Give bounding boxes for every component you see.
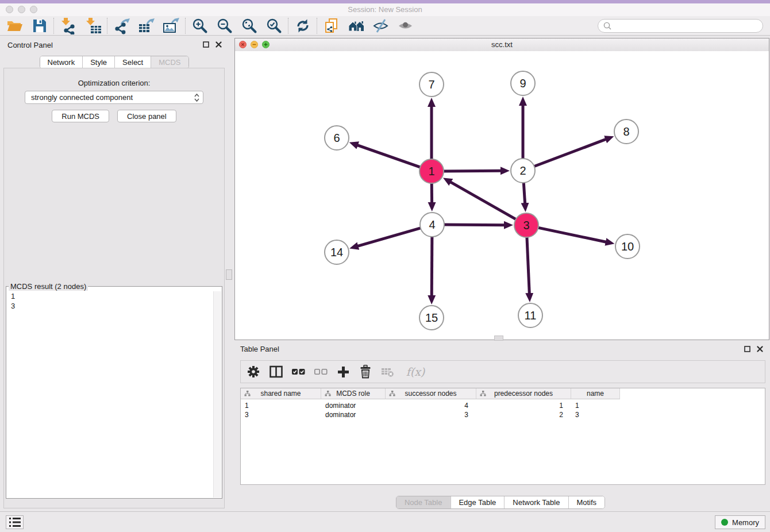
zoom-fit-button[interactable] xyxy=(237,17,261,34)
network-zoom-button[interactable] xyxy=(262,41,270,48)
show-graphics-details-button[interactable] xyxy=(393,17,418,34)
import-table-icon xyxy=(84,17,102,34)
refresh-view-button[interactable] xyxy=(290,17,315,34)
houses-icon xyxy=(348,19,365,33)
graph-node-8[interactable]: 8 xyxy=(614,119,638,144)
toolbar-separator xyxy=(317,18,317,34)
import-network-button[interactable] xyxy=(56,17,80,34)
export-network-button[interactable] xyxy=(109,17,134,34)
network-window-titlebar[interactable]: scc.txt xyxy=(235,38,769,52)
open-session-button[interactable] xyxy=(2,17,27,34)
search-input[interactable] xyxy=(615,21,757,30)
tab-motifs[interactable]: Motifs xyxy=(568,496,605,508)
graph-node-9[interactable]: 9 xyxy=(511,71,535,95)
table-row[interactable]: 1 dominator 4 1 1 xyxy=(241,401,765,410)
export-network-icon xyxy=(113,17,130,34)
graph-edge-3-10[interactable] xyxy=(537,228,606,242)
show-column-button[interactable] xyxy=(268,364,283,379)
graph-node-15[interactable]: 15 xyxy=(419,306,444,330)
tab-mcds[interactable]: MCDS xyxy=(151,56,188,68)
graph-edge-3-11[interactable] xyxy=(527,236,529,294)
mcds-result-title: MCDS result (2 nodes) xyxy=(9,282,88,291)
float-panel-icon[interactable] xyxy=(203,41,209,48)
function-builder-button: f(x) xyxy=(403,364,428,379)
column-header-name[interactable]: name xyxy=(571,388,620,399)
save-session-button[interactable] xyxy=(27,17,52,34)
graph-edge-4-15[interactable] xyxy=(432,236,432,296)
columns-icon xyxy=(270,365,283,378)
run-mcds-button[interactable]: Run MCDS xyxy=(52,110,109,122)
memory-indicator-icon xyxy=(721,519,728,526)
close-panel-icon[interactable] xyxy=(757,346,763,352)
horizontal-splitter-grip[interactable] xyxy=(494,336,503,341)
graph-node-6[interactable]: 6 xyxy=(325,126,349,150)
column-header-predecessor-nodes[interactable]: predecessor nodes xyxy=(476,388,571,399)
vertical-splitter-grip[interactable] xyxy=(226,269,232,280)
main-toolbar xyxy=(0,16,770,36)
close-panel-button[interactable]: Close panel xyxy=(117,110,176,122)
graph-node-4[interactable]: 4 xyxy=(420,213,444,237)
network-minimize-button[interactable] xyxy=(251,41,258,48)
toolbar-separator xyxy=(53,18,54,34)
graph-edge-4-3[interactable] xyxy=(443,225,505,225)
zoom-out-icon xyxy=(216,17,233,34)
graph-edge-1-6[interactable] xyxy=(357,145,421,168)
column-header-successor-nodes[interactable]: successor nodes xyxy=(386,388,476,399)
graph-edge-1-2[interactable] xyxy=(442,171,501,171)
deselect-all-button[interactable] xyxy=(313,364,328,379)
zoom-in-button[interactable] xyxy=(187,17,212,34)
network-close-button[interactable] xyxy=(239,41,247,48)
graph-node-7[interactable]: 7 xyxy=(419,72,444,97)
cell-successor-nodes: 4 xyxy=(386,402,476,410)
toolbar-separator xyxy=(288,18,288,34)
export-image-icon xyxy=(163,17,180,34)
graph-edge-2-3[interactable] xyxy=(523,182,525,203)
graph-edge-2-8[interactable] xyxy=(533,139,606,167)
network-canvas[interactable]: 7968124314101511 xyxy=(235,51,769,340)
svg-text:11: 11 xyxy=(525,309,537,322)
graph-node-1[interactable]: 1 xyxy=(419,159,444,183)
home-button[interactable] xyxy=(344,17,368,34)
tab-network-table[interactable]: Network Table xyxy=(504,496,568,508)
graph-node-2[interactable]: 2 xyxy=(511,159,535,183)
eye-icon xyxy=(398,20,413,32)
graph-edge-3-1[interactable] xyxy=(451,182,517,220)
cell-shared-name: 1 xyxy=(241,402,321,410)
export-image-button[interactable] xyxy=(159,17,183,34)
cell-name: 1 xyxy=(571,402,620,410)
graph-node-14[interactable]: 14 xyxy=(325,240,349,264)
cell-predecessor-nodes: 1 xyxy=(476,402,571,410)
tab-network[interactable]: Network xyxy=(40,56,82,68)
close-panel-icon[interactable] xyxy=(215,41,222,48)
zoom-selected-button[interactable] xyxy=(261,17,286,34)
graph-node-10[interactable]: 10 xyxy=(615,234,640,259)
export-table-button[interactable] xyxy=(134,17,159,34)
search-box[interactable] xyxy=(598,19,763,33)
graph-node-3[interactable]: 3 xyxy=(514,213,538,237)
column-header-shared-name[interactable]: shared name xyxy=(241,388,321,399)
import-table-button[interactable] xyxy=(80,17,105,34)
tab-node-table[interactable]: Node Table xyxy=(396,496,451,508)
graph-node-11[interactable]: 11 xyxy=(518,303,542,327)
network-graph[interactable]: 7968124314101511 xyxy=(235,51,769,340)
graph-edge-4-14[interactable] xyxy=(358,228,422,246)
optimization-criterion-label: Optimization criterion: xyxy=(4,79,224,87)
tab-select[interactable]: Select xyxy=(114,56,151,68)
table-row[interactable]: 3 dominator 3 2 3 xyxy=(241,410,765,419)
memory-button[interactable]: Memory xyxy=(715,515,765,529)
result-scrollbar[interactable] xyxy=(213,291,221,498)
criterion-dropdown[interactable]: strongly connected component xyxy=(25,91,203,104)
create-column-button[interactable] xyxy=(336,364,351,379)
select-all-button[interactable] xyxy=(291,364,306,379)
delete-column-button[interactable] xyxy=(358,364,373,379)
hide-graphics-details-button[interactable] xyxy=(368,17,393,34)
tree-icon xyxy=(325,391,331,396)
table-settings-button[interactable] xyxy=(246,364,261,379)
tab-style[interactable]: Style xyxy=(82,56,114,68)
tab-edge-table[interactable]: Edge Table xyxy=(450,496,504,508)
float-panel-icon[interactable] xyxy=(744,346,750,352)
task-history-button[interactable] xyxy=(6,515,24,529)
copy-current-view-button[interactable] xyxy=(319,17,344,34)
column-header-mcds-role[interactable]: MCDS role xyxy=(321,388,386,399)
zoom-out-button[interactable] xyxy=(212,17,237,34)
